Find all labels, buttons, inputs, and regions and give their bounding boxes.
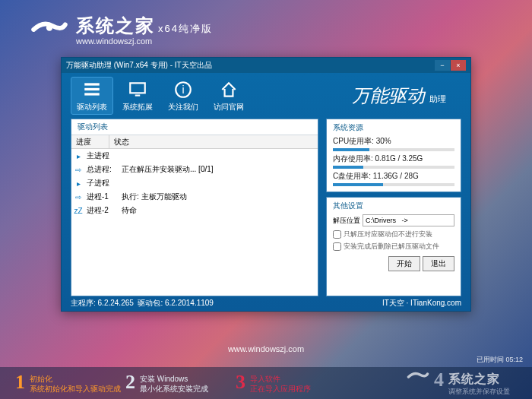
svg-rect-5 [135,94,141,96]
app-script-logo: 万能驱动 助理 [352,84,446,108]
arrow-double-icon: ⇨ [71,193,85,201]
sleep-icon: zZ [71,207,85,215]
step-2-install: 2 安装 Windows最小化系统安装完成 [125,372,236,394]
svg-rect-4 [130,83,145,93]
arrow-double-icon: ⇨ [71,166,85,174]
status-company: IT天空 · ITianKong.com [382,298,461,309]
cpu-usage: CPU使用率: 30% [333,136,454,151]
list-title: 驱动列表 [71,119,318,135]
list-header: 进度 状态 [71,135,318,149]
brand-url: www.windowszj.com [76,36,213,46]
titlebar[interactable]: 万能驱动助理 (Win7.x64 专用) - IT天空出品 − × [62,58,470,73]
arrow-icon: ▸ [71,152,85,160]
disk-usage: C盘使用率: 11.36G / 28G [333,171,454,186]
svg-rect-2 [84,87,100,90]
driver-assistant-window: 万能驱动助理 (Win7.x64 专用) - IT天空出品 − × 驱动列表 系… [61,57,471,312]
toolbar: 驱动列表 系统拓展 i 关注我们 访问官网 万能驱动 助理 [62,73,470,119]
brand-logo-icon [30,18,68,41]
other-settings-panel: 其他设置 解压位置 只解压对应驱动但不进行安装 安装完成后删除已解压驱动文件 开… [326,197,461,296]
system-resources-panel: 系统资源 CPU使用率: 30% 内存使用率: 0.81G / 3.25G C盘… [326,119,461,192]
col-status-header: 状态 [109,135,318,148]
step-3-software: 3 导入软件正在导入应用程序 [236,372,346,394]
svg-point-0 [46,24,52,30]
col-progress-header: 进度 [71,135,109,148]
step-4-finalize: 4 系统之家调整系统并保存设置 [407,370,517,396]
info-icon: i [173,80,193,100]
list-row[interactable]: ⇨总进程:正在解压并安装驱动... [0/1] [71,163,318,176]
home-icon [219,80,239,100]
list-body[interactable]: ▸主进程 ⇨总进程:正在解压并安装驱动... [0/1] ▸子进程 ⇨进程-1执… [71,149,318,296]
tab-driver-list[interactable]: 驱动列表 [71,77,113,115]
disk-bar [333,183,383,186]
tab-visit-site[interactable]: 访问官网 [207,77,250,115]
tab-follow-us[interactable]: i 关注我们 [162,77,204,115]
svg-text:i: i [182,84,184,96]
resources-title: 系统资源 [333,122,454,133]
header-brand: 系统之家x64纯净版 www.windowszj.com [30,14,213,46]
list-row[interactable]: ⇨进程-1执行: 主板万能驱动 [71,190,318,204]
list-row[interactable]: ▸主进程 [71,149,318,163]
exit-button[interactable]: 退出 [423,256,454,271]
cpu-bar [333,148,369,151]
driver-list-panel: 驱动列表 进度 状态 ▸主进程 ⇨总进程:正在解压并安装驱动... [0/1] … [71,119,318,296]
start-button[interactable]: 开始 [388,256,420,271]
install-steps-bar: 1 初始化系统初始化和导入驱动完成 2 安装 Windows最小化系统安装完成 … [0,367,532,399]
step-1-init: 1 初始化系统初始化和导入驱动完成 [15,372,125,394]
arrow-icon: ▸ [71,179,85,188]
check-extract-only[interactable] [333,230,341,239]
statusbar: 主程序: 6.2.24.265 驱动包: 6.2.2014.1109 IT天空 … [62,296,470,310]
memory-usage: 内存使用率: 0.81G / 3.25G [333,154,454,169]
svg-rect-1 [84,83,100,85]
status-version: 主程序: 6.2.24.265 驱动包: 6.2.2014.1109 [71,298,214,309]
elapsed-timer: 已用时间 05:12 [477,355,523,365]
brand-title: 系统之家x64纯净版 [76,14,213,38]
brand-edition: x64纯净版 [158,23,213,34]
monitor-icon [128,80,147,100]
footer-url: www.windowszj.com [0,344,532,353]
minimize-button[interactable]: − [435,60,450,71]
unzip-label: 解压位置 [333,216,360,226]
brand-logo-small-icon [407,370,429,384]
list-icon [82,80,102,100]
mem-bar [333,166,363,169]
list-row[interactable]: ▸子进程 [71,176,318,190]
list-row[interactable]: zZ进程-2待命 [71,204,318,217]
window-title: 万能驱动助理 (Win7.x64 专用) - IT天空出品 [66,60,212,71]
tab-system-extension[interactable]: 系统拓展 [116,77,159,115]
check-delete-after[interactable] [333,242,341,251]
unzip-path-input[interactable] [363,214,454,226]
svg-rect-3 [84,93,100,95]
settings-title: 其他设置 [333,201,454,211]
close-button[interactable]: × [451,60,466,71]
